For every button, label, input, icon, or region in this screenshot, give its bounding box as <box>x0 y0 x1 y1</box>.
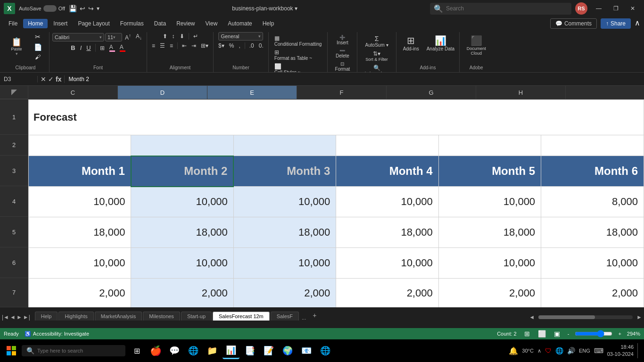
search-input[interactable] <box>446 5 568 12</box>
taskbar-search-input[interactable] <box>37 348 113 354</box>
cell-d2[interactable] <box>131 135 233 156</box>
cell-g4[interactable]: 10,000 <box>438 187 541 217</box>
col-header-d[interactable]: D <box>118 86 207 99</box>
cell-d5[interactable]: 18,000 <box>131 217 233 248</box>
bold-button[interactable]: B <box>69 43 77 52</box>
accessibility-status[interactable]: ♿ Accessibility: Investigate <box>25 331 89 337</box>
insert-button[interactable]: ➕ Insert <box>330 34 354 46</box>
hidden-icons-button[interactable]: ∧ <box>537 348 541 354</box>
wrap-text-button[interactable]: ↵ <box>191 32 200 41</box>
outlook-button[interactable]: 📧 <box>298 342 315 359</box>
sort-filter-button[interactable]: ⇅▾ Sort & Filter <box>360 49 393 63</box>
redo-icon[interactable]: ↪ <box>88 5 94 12</box>
tab-salesf[interactable]: SalesF <box>271 312 299 321</box>
comma-button[interactable]: , <box>237 41 242 50</box>
cell-f3[interactable]: Month 4 <box>336 156 438 187</box>
formula-insert-icon[interactable]: fx <box>56 75 61 83</box>
menu-file[interactable]: File <box>4 19 22 28</box>
cell-g3[interactable]: Month 5 <box>438 156 541 187</box>
analyze-data-button[interactable]: 📊 Analyze Data <box>425 34 456 52</box>
align-center-button[interactable]: ☰ <box>158 41 167 50</box>
cell-d4[interactable]: 10,000 <box>131 187 233 217</box>
search-box[interactable]: 🔍 <box>430 3 571 15</box>
row-num-3[interactable]: 3 <box>0 156 28 186</box>
zoom-level[interactable]: 294% <box>627 331 640 337</box>
cell-h2[interactable] <box>541 135 644 156</box>
cell-f4[interactable]: 10,000 <box>336 187 438 217</box>
save-icon[interactable]: 💾 <box>69 5 77 12</box>
addins-button[interactable]: ⊞ Add-ins <box>399 34 423 52</box>
edge2-button[interactable]: 🌐 <box>317 342 334 359</box>
sheet-overflow[interactable]: ... <box>300 315 308 321</box>
cell-d6[interactable]: 10,000 <box>131 248 233 279</box>
cell-c4[interactable]: 10,000 <box>29 187 131 217</box>
chrome-button[interactable]: 🌍 <box>279 342 296 359</box>
menu-home[interactable]: Home <box>23 19 48 28</box>
paste-button[interactable]: 📋 Paste ▾ <box>5 36 28 58</box>
widgets-button[interactable]: 🍎 <box>147 342 164 359</box>
cell-e6[interactable]: 10,000 <box>233 248 336 279</box>
sheet-nav-last[interactable]: ►| <box>23 314 30 321</box>
cut-button[interactable]: ✂ <box>29 32 46 41</box>
formula-cancel-icon[interactable]: ✕ <box>41 75 46 83</box>
menu-review[interactable]: Review <box>172 19 199 28</box>
autosum-button[interactable]: Σ AutoSum ▾ <box>360 34 393 49</box>
volume-icon[interactable]: 🔊 <box>567 347 575 354</box>
font-grow-button[interactable]: A↑ <box>123 32 133 42</box>
share-button[interactable]: ↑ Share <box>601 18 631 29</box>
font-shrink-button[interactable]: A↓ <box>134 32 144 41</box>
page-break-view-button[interactable]: ▣ <box>553 329 562 338</box>
percent-button[interactable]: % <box>227 41 236 50</box>
customize-icon[interactable]: ▾ <box>97 5 99 12</box>
minimize-button[interactable]: — <box>591 3 606 14</box>
cell-reference[interactable]: D3 <box>0 76 38 82</box>
zoom-slider-plus[interactable]: + <box>618 331 621 337</box>
align-bottom-button[interactable]: ⬇ <box>178 32 186 41</box>
tab-startup[interactable]: Start-up <box>181 312 212 321</box>
align-right-button[interactable]: ≡ <box>168 41 175 50</box>
delete-button[interactable]: ➖ Delete <box>330 47 354 59</box>
explorer-button[interactable]: 📁 <box>204 342 221 359</box>
cell-c2[interactable] <box>29 135 131 156</box>
tab-highlights[interactable]: Highlights <box>58 312 93 321</box>
edge-button[interactable]: 🌐 <box>185 342 202 359</box>
cell-h7[interactable]: 2,000 <box>541 279 644 308</box>
cell-c3[interactable]: Month 1 <box>29 156 131 187</box>
sheet-nav-first[interactable]: |◄ <box>2 314 9 321</box>
excel-taskbar-button[interactable]: 📊 <box>223 342 239 359</box>
filename-dropdown-icon[interactable]: ▾ <box>295 5 297 12</box>
row-num-4[interactable]: 4 <box>0 186 28 217</box>
conditional-formatting-button[interactable]: ▦ Conditional Formatting <box>272 34 325 48</box>
notification-icon[interactable]: 🔔 <box>509 346 518 355</box>
add-sheet-button[interactable]: + <box>309 310 320 321</box>
tab-market-analysis[interactable]: MarketAnalysis <box>95 312 142 321</box>
format-as-table-button[interactable]: ⊞ Format as Table ~ <box>272 48 325 62</box>
zoom-slider[interactable] <box>575 330 612 337</box>
chat-button[interactable]: 💬 <box>166 342 183 359</box>
cell-g5[interactable]: 18,000 <box>438 217 541 248</box>
borders-button[interactable]: ⊞ <box>98 44 107 52</box>
cell-e2[interactable] <box>233 135 336 156</box>
cell-f6[interactable]: 10,000 <box>336 248 438 279</box>
col-header-c[interactable]: C <box>28 86 118 99</box>
document-cloud-button[interactable]: ⬛ Document Cloud <box>462 34 490 57</box>
tab-milestones[interactable]: Milestones <box>143 312 180 321</box>
align-top-button[interactable]: ⬆ <box>161 32 169 41</box>
page-layout-view-button[interactable]: ⬜ <box>537 329 547 338</box>
cell-e4[interactable]: 10,000 <box>233 187 336 217</box>
find-select-button[interactable]: 🔍 Find & Select ~ <box>360 64 393 73</box>
cell-f2[interactable] <box>336 135 438 156</box>
row-num-5[interactable]: 5 <box>0 217 28 247</box>
format-button[interactable]: ⊡ Format <box>330 60 354 73</box>
decimal-increase-button[interactable]: .0 <box>248 41 256 50</box>
row-num-1[interactable]: 1 <box>0 99 28 135</box>
col-header-e[interactable]: E <box>207 86 297 99</box>
cell-c5[interactable]: 18,000 <box>29 217 131 248</box>
cell-d3[interactable]: Month 2 <box>131 156 233 187</box>
tab-help[interactable]: Help <box>35 312 58 321</box>
taskbar-search[interactable]: 🔍 <box>22 345 125 356</box>
cell-h6[interactable]: 10,000 <box>541 248 644 279</box>
row-num-7[interactable]: 7 <box>0 278 28 307</box>
menu-insert[interactable]: Insert <box>49 19 72 28</box>
select-all-icon[interactable] <box>11 90 17 95</box>
